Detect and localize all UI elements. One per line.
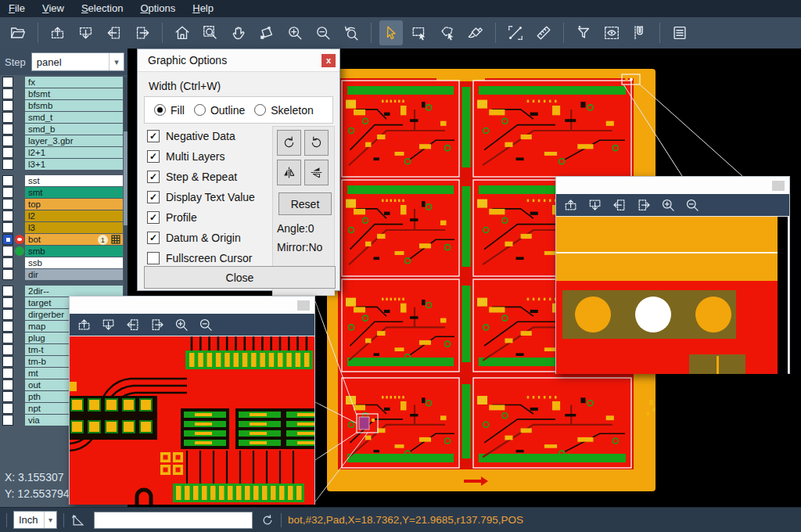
checkbox-negative-data[interactable]: ✓Negative Data (147, 126, 255, 146)
layer-row-smb[interactable]: smb (0, 246, 123, 257)
layer-row-smd_b[interactable]: smd_b (0, 124, 123, 135)
layer-checkbox[interactable] (2, 112, 13, 123)
zoom-in-button[interactable] (171, 315, 192, 334)
zoom-out-button[interactable] (196, 315, 216, 334)
dialog-title-bar[interactable]: Graphic Options x (138, 49, 339, 72)
layer-checkbox[interactable] (2, 135, 13, 146)
layer-checkbox[interactable] (2, 88, 13, 99)
layer-color-bar[interactable]: ssb (25, 257, 123, 268)
pan-hand-button[interactable] (227, 20, 250, 45)
layer-row-top[interactable]: top (0, 199, 123, 210)
zoom-object-button[interactable] (255, 20, 278, 45)
pan-left-button[interactable] (123, 315, 143, 334)
radio-skeleton[interactable]: Skeleton (254, 104, 313, 117)
measure-distance-button[interactable] (504, 20, 527, 45)
menu-item-view[interactable]: View (34, 0, 73, 17)
layer-checkbox[interactable] (2, 344, 13, 355)
layer-checkbox[interactable] (2, 321, 13, 332)
step-down-button[interactable] (74, 20, 98, 45)
menu-item-options[interactable]: Options (131, 0, 184, 17)
layer-checkbox[interactable] (2, 124, 13, 135)
reset-button[interactable]: Reset (278, 192, 332, 215)
popup-view[interactable] (556, 216, 789, 374)
popup-view[interactable] (70, 336, 314, 505)
popup-title-bar[interactable] (556, 177, 789, 194)
unit-select[interactable]: Inch ▾ (13, 511, 57, 529)
angle-mode-icon[interactable] (70, 512, 86, 528)
zoom-in-button[interactable] (283, 20, 307, 45)
layer-row-fx[interactable]: fx (0, 77, 123, 88)
checkbox-display-text-value[interactable]: ✓Display Text Value (147, 187, 255, 207)
menu-item-selection[interactable]: Selection (73, 0, 131, 17)
layer-color-bar[interactable]: fx (25, 77, 123, 88)
open-folder-button[interactable] (6, 20, 30, 45)
layer-color-bar[interactable]: smd_b (25, 124, 123, 135)
layer-color-bar[interactable]: dir (25, 269, 123, 280)
chevron-down-icon[interactable]: ▾ (109, 53, 124, 70)
pan-down-button[interactable] (585, 196, 605, 214)
layer-color-bar[interactable]: smt (25, 187, 123, 198)
layer-row-l2+1[interactable]: l2+1 (0, 147, 123, 158)
layer-color-bar[interactable]: l2 (25, 210, 123, 221)
layer-color-bar[interactable]: layer_3.gbr (25, 135, 123, 146)
layer-row-bfsmb[interactable]: bfsmb (0, 100, 123, 111)
layer-color-bar[interactable]: sst (25, 175, 123, 186)
pan-left-button[interactable] (609, 196, 630, 214)
layer-row-l2[interactable]: l2 (0, 210, 123, 221)
layer-row-l3+1[interactable]: l3+1 (0, 159, 123, 170)
layer-checkbox[interactable] (2, 159, 13, 170)
home-view-button[interactable] (171, 20, 194, 45)
layer-checkbox[interactable] (2, 403, 13, 414)
layer-row-smt[interactable]: smt (0, 187, 123, 198)
flip-horizontal-button[interactable] (277, 160, 301, 185)
layer-checkbox[interactable] (2, 199, 13, 210)
visibility-box-button[interactable] (600, 20, 623, 45)
command-input[interactable] (94, 512, 253, 529)
zoom-previous-button[interactable] (339, 20, 363, 45)
clear-brush-button[interactable] (464, 20, 487, 45)
layer-checkbox[interactable] (2, 356, 13, 367)
zoom-window-button[interactable] (199, 20, 222, 45)
refresh-icon[interactable] (260, 513, 275, 527)
pan-right-button[interactable] (147, 315, 167, 334)
layer-checkbox[interactable] (2, 246, 13, 257)
layer-checkbox[interactable] (2, 222, 13, 233)
popup-title-bar[interactable] (70, 297, 314, 314)
radio-outline[interactable]: Outline (194, 104, 245, 117)
layer-color-bar[interactable]: bfsmb (25, 100, 123, 111)
layer-row-dir[interactable]: dir (0, 269, 123, 280)
ruler-button[interactable] (532, 20, 555, 45)
polygon-select-button[interactable] (436, 20, 459, 45)
layer-row-smd_t[interactable]: smd_t (0, 112, 123, 123)
grid-icon[interactable] (111, 235, 120, 244)
layer-checkbox[interactable] (2, 368, 13, 379)
rect-select-button[interactable] (408, 20, 431, 45)
layer-checkbox[interactable] (2, 297, 13, 308)
layer-checkbox[interactable] (2, 309, 13, 320)
layer-checkbox[interactable] (2, 332, 13, 343)
checkbox-datum-origin[interactable]: ✓Datum & Origin (147, 228, 255, 248)
dialog-close-button[interactable]: Close (144, 266, 336, 289)
rotate-cw-button[interactable] (277, 130, 301, 156)
magnified-fiducial-view[interactable] (556, 217, 788, 374)
filter-button[interactable] (572, 20, 595, 45)
layer-row-sst[interactable]: sst (0, 175, 123, 186)
layer-checkbox[interactable] (2, 257, 13, 268)
pan-up-button[interactable] (74, 315, 95, 334)
snap-magnet-button[interactable] (628, 20, 652, 45)
layer-checkbox[interactable] (2, 379, 13, 390)
layer-row-ssb[interactable]: ssb (0, 257, 123, 268)
pan-right-button[interactable] (634, 196, 654, 214)
layer-row-bot[interactable]: bot1 (0, 234, 123, 245)
layer-row-layer_3.gbr[interactable]: layer_3.gbr (0, 135, 123, 146)
step-left-button[interactable] (102, 20, 126, 45)
layer-color-bar[interactable]: smb (25, 246, 123, 257)
zoom-out-button[interactable] (682, 196, 702, 214)
zoom-in-button[interactable] (658, 196, 678, 214)
rotate-ccw-button[interactable] (304, 130, 329, 156)
layer-color-bar[interactable]: top (25, 199, 123, 210)
checkbox-profile[interactable]: ✓Profile (147, 207, 255, 228)
zoom-out-button[interactable] (311, 20, 335, 45)
step-combobox[interactable]: panel ▾ (31, 52, 124, 71)
layer-color-bar[interactable]: bfsmt (25, 88, 123, 99)
